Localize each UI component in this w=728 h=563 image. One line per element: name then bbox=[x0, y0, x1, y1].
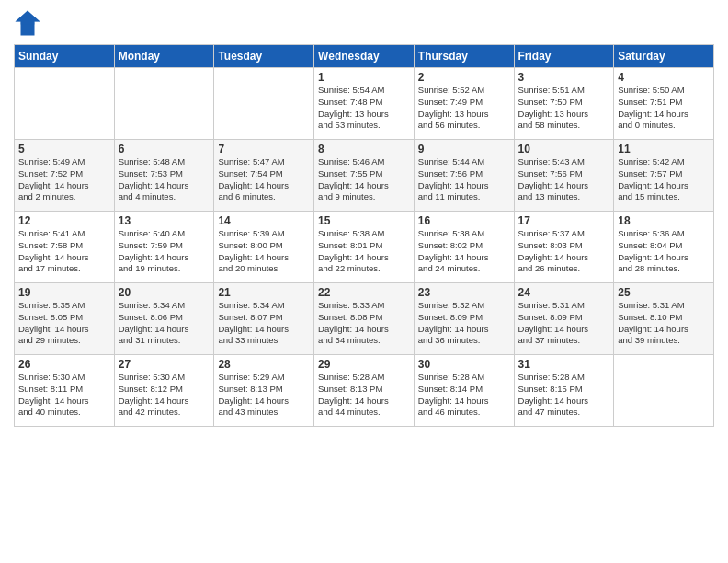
weekday-header: Saturday bbox=[614, 45, 714, 68]
day-info: Sunrise: 5:44 AM Sunset: 7:56 PM Dayligh… bbox=[418, 156, 510, 203]
day-number: 1 bbox=[318, 71, 410, 84]
calendar-week-row: 5Sunrise: 5:49 AM Sunset: 7:52 PM Daylig… bbox=[15, 140, 714, 212]
day-number: 16 bbox=[418, 214, 510, 227]
day-info: Sunrise: 5:32 AM Sunset: 8:09 PM Dayligh… bbox=[418, 300, 510, 347]
day-info: Sunrise: 5:31 AM Sunset: 8:09 PM Dayligh… bbox=[518, 300, 610, 347]
logo-icon bbox=[14, 9, 41, 37]
day-info: Sunrise: 5:30 AM Sunset: 8:12 PM Dayligh… bbox=[119, 372, 210, 419]
day-info: Sunrise: 5:48 AM Sunset: 7:53 PM Dayligh… bbox=[119, 156, 210, 203]
calendar-day-cell: 24Sunrise: 5:31 AM Sunset: 8:09 PM Dayli… bbox=[514, 283, 614, 355]
calendar-day-cell: 18Sunrise: 5:36 AM Sunset: 8:04 PM Dayli… bbox=[614, 212, 714, 283]
calendar-day-cell: 2Sunrise: 5:52 AM Sunset: 7:49 PM Daylig… bbox=[414, 68, 514, 140]
day-info: Sunrise: 5:43 AM Sunset: 7:56 PM Dayligh… bbox=[518, 156, 610, 203]
weekday-header: Thursday bbox=[414, 45, 514, 68]
day-info: Sunrise: 5:49 AM Sunset: 7:52 PM Dayligh… bbox=[18, 156, 110, 203]
calendar-day-cell: 12Sunrise: 5:41 AM Sunset: 7:58 PM Dayli… bbox=[15, 212, 115, 283]
day-info: Sunrise: 5:51 AM Sunset: 7:50 PM Dayligh… bbox=[518, 85, 610, 132]
calendar-table: SundayMondayTuesdayWednesdayThursdayFrid… bbox=[14, 44, 714, 427]
calendar-day-cell: 16Sunrise: 5:38 AM Sunset: 8:02 PM Dayli… bbox=[414, 212, 514, 283]
calendar-day-cell: 3Sunrise: 5:51 AM Sunset: 7:50 PM Daylig… bbox=[514, 68, 614, 140]
day-info: Sunrise: 5:50 AM Sunset: 7:51 PM Dayligh… bbox=[618, 85, 710, 132]
calendar-day-cell: 31Sunrise: 5:28 AM Sunset: 8:15 PM Dayli… bbox=[514, 355, 614, 427]
calendar-day-cell: 19Sunrise: 5:35 AM Sunset: 8:05 PM Dayli… bbox=[15, 283, 115, 355]
weekday-header: Tuesday bbox=[214, 45, 314, 68]
day-info: Sunrise: 5:34 AM Sunset: 8:06 PM Dayligh… bbox=[119, 300, 210, 347]
day-info: Sunrise: 5:36 AM Sunset: 8:04 PM Dayligh… bbox=[618, 228, 710, 275]
day-number: 10 bbox=[518, 143, 610, 155]
day-number: 27 bbox=[119, 358, 210, 371]
day-info: Sunrise: 5:30 AM Sunset: 8:11 PM Dayligh… bbox=[18, 372, 110, 419]
calendar-day-cell: 23Sunrise: 5:32 AM Sunset: 8:09 PM Dayli… bbox=[414, 283, 514, 355]
weekday-header: Monday bbox=[114, 45, 214, 68]
calendar-day-cell bbox=[15, 68, 115, 140]
calendar-day-cell: 7Sunrise: 5:47 AM Sunset: 7:54 PM Daylig… bbox=[214, 140, 314, 212]
day-info: Sunrise: 5:38 AM Sunset: 8:02 PM Dayligh… bbox=[418, 228, 510, 275]
logo bbox=[14, 9, 45, 37]
day-info: Sunrise: 5:54 AM Sunset: 7:48 PM Dayligh… bbox=[318, 85, 410, 132]
calendar-day-cell: 4Sunrise: 5:50 AM Sunset: 7:51 PM Daylig… bbox=[614, 68, 714, 140]
page-container: SundayMondayTuesdayWednesdayThursdayFrid… bbox=[0, 0, 728, 431]
day-number: 20 bbox=[119, 286, 210, 299]
day-number: 2 bbox=[418, 71, 510, 84]
weekday-header: Friday bbox=[514, 45, 614, 68]
calendar-day-cell: 6Sunrise: 5:48 AM Sunset: 7:53 PM Daylig… bbox=[114, 140, 214, 212]
calendar-day-cell: 8Sunrise: 5:46 AM Sunset: 7:55 PM Daylig… bbox=[314, 140, 415, 212]
day-number: 31 bbox=[518, 358, 610, 371]
calendar-week-row: 1Sunrise: 5:54 AM Sunset: 7:48 PM Daylig… bbox=[15, 68, 714, 140]
day-number: 7 bbox=[218, 143, 310, 155]
day-number: 18 bbox=[618, 214, 710, 227]
day-number: 9 bbox=[418, 143, 510, 155]
calendar-day-cell: 26Sunrise: 5:30 AM Sunset: 8:11 PM Dayli… bbox=[15, 355, 115, 427]
day-number: 19 bbox=[18, 286, 110, 299]
calendar-day-cell: 14Sunrise: 5:39 AM Sunset: 8:00 PM Dayli… bbox=[214, 212, 314, 283]
calendar-day-cell: 22Sunrise: 5:33 AM Sunset: 8:08 PM Dayli… bbox=[314, 283, 415, 355]
calendar-day-cell bbox=[114, 68, 214, 140]
calendar-day-cell: 20Sunrise: 5:34 AM Sunset: 8:06 PM Dayli… bbox=[114, 283, 214, 355]
calendar-day-cell: 5Sunrise: 5:49 AM Sunset: 7:52 PM Daylig… bbox=[15, 140, 115, 212]
day-number: 12 bbox=[18, 214, 110, 227]
day-number: 22 bbox=[318, 286, 410, 299]
weekday-header-row: SundayMondayTuesdayWednesdayThursdayFrid… bbox=[15, 45, 714, 68]
day-info: Sunrise: 5:28 AM Sunset: 8:13 PM Dayligh… bbox=[318, 372, 410, 419]
day-info: Sunrise: 5:33 AM Sunset: 8:08 PM Dayligh… bbox=[318, 300, 410, 347]
calendar-day-cell bbox=[214, 68, 314, 140]
day-number: 24 bbox=[518, 286, 610, 299]
day-info: Sunrise: 5:42 AM Sunset: 7:57 PM Dayligh… bbox=[618, 156, 710, 203]
day-number: 14 bbox=[218, 214, 310, 227]
day-number: 5 bbox=[18, 143, 110, 155]
day-number: 30 bbox=[418, 358, 510, 371]
day-info: Sunrise: 5:29 AM Sunset: 8:13 PM Dayligh… bbox=[218, 372, 310, 419]
day-number: 25 bbox=[618, 286, 710, 299]
day-info: Sunrise: 5:37 AM Sunset: 8:03 PM Dayligh… bbox=[518, 228, 610, 275]
day-info: Sunrise: 5:35 AM Sunset: 8:05 PM Dayligh… bbox=[18, 300, 110, 347]
calendar-day-cell: 1Sunrise: 5:54 AM Sunset: 7:48 PM Daylig… bbox=[314, 68, 415, 140]
day-info: Sunrise: 5:28 AM Sunset: 8:14 PM Dayligh… bbox=[418, 372, 510, 419]
day-info: Sunrise: 5:28 AM Sunset: 8:15 PM Dayligh… bbox=[518, 372, 610, 419]
day-number: 3 bbox=[518, 71, 610, 84]
calendar-week-row: 19Sunrise: 5:35 AM Sunset: 8:05 PM Dayli… bbox=[15, 283, 714, 355]
day-number: 21 bbox=[218, 286, 310, 299]
calendar-day-cell: 13Sunrise: 5:40 AM Sunset: 7:59 PM Dayli… bbox=[114, 212, 214, 283]
day-number: 11 bbox=[618, 143, 710, 155]
day-number: 23 bbox=[418, 286, 510, 299]
day-number: 13 bbox=[119, 214, 210, 227]
day-number: 6 bbox=[119, 143, 210, 155]
calendar-day-cell: 17Sunrise: 5:37 AM Sunset: 8:03 PM Dayli… bbox=[514, 212, 614, 283]
day-number: 26 bbox=[18, 358, 110, 371]
calendar-week-row: 26Sunrise: 5:30 AM Sunset: 8:11 PM Dayli… bbox=[15, 355, 714, 427]
day-info: Sunrise: 5:47 AM Sunset: 7:54 PM Dayligh… bbox=[218, 156, 310, 203]
day-number: 17 bbox=[518, 214, 610, 227]
calendar-week-row: 12Sunrise: 5:41 AM Sunset: 7:58 PM Dayli… bbox=[15, 212, 714, 283]
calendar-day-cell: 9Sunrise: 5:44 AM Sunset: 7:56 PM Daylig… bbox=[414, 140, 514, 212]
day-info: Sunrise: 5:38 AM Sunset: 8:01 PM Dayligh… bbox=[318, 228, 410, 275]
day-info: Sunrise: 5:41 AM Sunset: 7:58 PM Dayligh… bbox=[18, 228, 110, 275]
calendar-day-cell: 30Sunrise: 5:28 AM Sunset: 8:14 PM Dayli… bbox=[414, 355, 514, 427]
calendar-day-cell: 27Sunrise: 5:30 AM Sunset: 8:12 PM Dayli… bbox=[114, 355, 214, 427]
calendar-day-cell bbox=[614, 355, 714, 427]
day-info: Sunrise: 5:40 AM Sunset: 7:59 PM Dayligh… bbox=[119, 228, 210, 275]
day-number: 28 bbox=[218, 358, 310, 371]
day-info: Sunrise: 5:46 AM Sunset: 7:55 PM Dayligh… bbox=[318, 156, 410, 203]
header bbox=[14, 9, 714, 37]
day-info: Sunrise: 5:34 AM Sunset: 8:07 PM Dayligh… bbox=[218, 300, 310, 347]
calendar-day-cell: 29Sunrise: 5:28 AM Sunset: 8:13 PM Dayli… bbox=[314, 355, 415, 427]
